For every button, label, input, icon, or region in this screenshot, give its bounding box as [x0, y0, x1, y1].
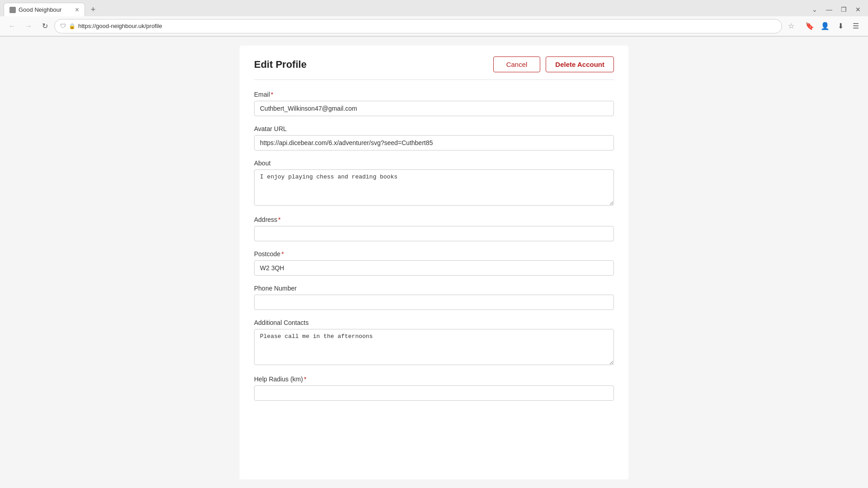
email-field[interactable] — [254, 101, 614, 116]
avatar-url-label: Avatar URL — [254, 125, 614, 132]
menu-icon[interactable]: ☰ — [849, 19, 863, 33]
address-text[interactable]: https://good-neighbour.uk/profile — [78, 23, 776, 29]
email-label: Email* — [254, 91, 614, 98]
restore-button[interactable]: ❐ — [837, 3, 850, 16]
postcode-group: Postcode* — [254, 250, 614, 276]
help-radius-group: Help Radius (km)* — [254, 375, 614, 401]
about-group: About I enjoy playing chess and reading … — [254, 160, 614, 207]
back-button[interactable]: ← — [5, 19, 19, 33]
postcode-label: Postcode* — [254, 250, 614, 258]
dropdown-button[interactable]: ⌄ — [808, 3, 821, 16]
about-field[interactable]: I enjoy playing chess and reading books — [254, 169, 614, 206]
header-divider — [254, 80, 614, 80]
address-bar[interactable]: 🛡 🔒 https://good-neighbour.uk/profile — [54, 19, 782, 33]
phone-group: Phone Number — [254, 285, 614, 310]
page-content: Edit Profile Cancel Delete Account Email… — [240, 46, 628, 479]
email-group: Email* — [254, 91, 614, 116]
lock-icon: 🔒 — [69, 23, 75, 29]
address-group: Address* — [254, 216, 614, 241]
tab-close-button[interactable]: × — [75, 6, 79, 14]
nav-bar: ← → ↻ 🛡 🔒 https://good-neighbour.uk/prof… — [0, 16, 868, 36]
about-label: About — [254, 160, 614, 167]
phone-field[interactable] — [254, 295, 614, 310]
tab-favicon — [9, 7, 16, 13]
window-controls: ⌄ — ❐ ✕ — [808, 3, 864, 16]
page-title: Edit Profile — [254, 59, 307, 70]
new-tab-button[interactable]: + — [87, 3, 99, 16]
close-window-button[interactable]: ✕ — [852, 3, 864, 16]
avatar-url-group: Avatar URL — [254, 125, 614, 150]
minimize-button[interactable]: — — [823, 3, 835, 16]
browser-chrome: Good Neighbour × + ⌄ — ❐ ✕ ← → ↻ 🛡 🔒 htt… — [0, 0, 868, 37]
browser-tab[interactable]: Good Neighbour × — [4, 3, 85, 16]
refresh-button[interactable]: ↻ — [38, 19, 52, 33]
help-radius-required-star: * — [304, 375, 306, 383]
help-radius-label: Help Radius (km)* — [254, 375, 614, 383]
address-label: Address* — [254, 216, 614, 223]
extensions-icon[interactable]: ⬇ — [834, 19, 847, 33]
tab-bar: Good Neighbour × + ⌄ — ❐ ✕ — [0, 0, 868, 16]
pocket-icon[interactable]: 🔖 — [803, 19, 816, 33]
additional-contacts-label: Additional Contacts — [254, 319, 614, 326]
avatar-url-field[interactable] — [254, 135, 614, 150]
address-required-star: * — [278, 216, 280, 223]
delete-account-button[interactable]: Delete Account — [546, 56, 614, 72]
shield-icon: 🛡 — [60, 23, 66, 29]
page-header: Edit Profile Cancel Delete Account — [254, 56, 614, 72]
bookmark-star-icon[interactable]: ☆ — [785, 20, 797, 33]
tab-title: Good Neighbour — [19, 6, 71, 13]
help-radius-field[interactable] — [254, 385, 614, 401]
cancel-button[interactable]: Cancel — [493, 56, 541, 72]
page-background: Edit Profile Cancel Delete Account Email… — [0, 37, 868, 488]
address-field[interactable] — [254, 226, 614, 241]
forward-button[interactable]: → — [22, 19, 35, 33]
account-icon[interactable]: 👤 — [818, 19, 832, 33]
nav-right-icons: 🔖 👤 ⬇ ☰ — [803, 19, 863, 33]
additional-contacts-group: Additional Contacts Please call me in th… — [254, 319, 614, 366]
additional-contacts-field[interactable]: Please call me in the afternoons — [254, 329, 614, 365]
header-buttons: Cancel Delete Account — [493, 56, 614, 72]
postcode-field[interactable] — [254, 260, 614, 276]
phone-label: Phone Number — [254, 285, 614, 292]
email-required-star: * — [271, 91, 273, 98]
postcode-required-star: * — [281, 250, 283, 258]
